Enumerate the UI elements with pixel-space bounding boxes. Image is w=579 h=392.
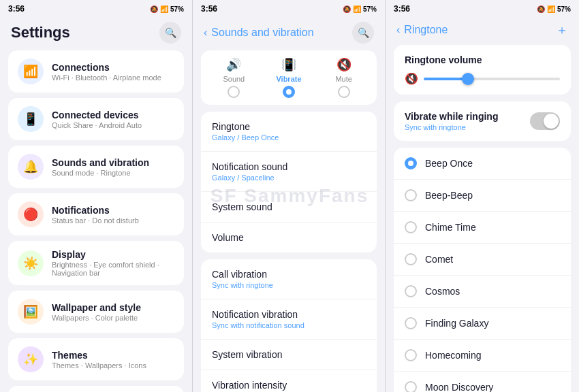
settings-item-notifications[interactable]: 🔴 Notifications Status bar · Do not dist… [8,193,184,235]
themes-text: Themes Themes · Wallpapers · Icons [52,350,146,370]
sv-system-vibration[interactable]: System vibration [201,340,377,370]
sounds-vibration-sub: Sound mode · Ringtone [52,169,149,177]
notification-vibration-sub: Sync with notification sound [212,321,366,329]
sv-title: Sounds and vibration [211,27,313,39]
connected-devices-text: Connected devices Quick Share · Android … [52,110,142,129]
mute-radio [338,86,350,98]
ringtone-scroll: Ringtone volume 🔇 Vibrate while ringing … [386,45,579,392]
back-button-sv[interactable]: ‹ Sounds and vibration [204,27,314,39]
signal-icon-3: 📶 [547,5,555,13]
status-bar-3: 3:56 🔕 📶 57% [386,0,579,16]
ringtone-item-beep-once[interactable]: Beep Once [394,148,571,180]
search-button-2[interactable]: 🔍 [352,22,374,44]
tab-vibrate[interactable]: 📳 Vibrate [262,57,317,98]
ringtone-item-homecoming[interactable]: Homecoming [394,340,571,372]
sv-notification-sound[interactable]: Notification sound Galaxy / Spaceline [201,152,377,192]
settings-item-connections[interactable]: 📶 Connections Wi-Fi · Bluetooth · Airpla… [8,50,184,93]
ringtone-item-chime-time[interactable]: Chime Time [394,212,571,244]
settings-panel: 3:56 🔕 📶 57% Settings 🔍 📶 Connections Wi… [0,0,193,392]
connections-sub: Wi-Fi · Bluetooth · Airplane mode [52,74,161,82]
add-button[interactable]: ＋ [556,22,568,38]
ringtone-item-finding-galaxy[interactable]: Finding Galaxy [394,308,571,340]
call-vibration-sub: Sync with ringtone [212,281,366,289]
tab-sound[interactable]: 🔊 Sound [206,57,262,98]
ringtone-label: Ringtone [212,121,366,132]
status-icons-3: 🔕 📶 57% [537,5,571,13]
vibrate-ringing-toggle[interactable] [530,112,560,130]
sounds-vibration-text: Sounds and vibration Sound mode · Ringto… [52,157,149,177]
display-text: Display Brightness · Eye comfort shield … [52,249,174,277]
back-button-ringtone[interactable]: ‹ Ringtone [396,24,448,36]
display-sub: Brightness · Eye comfort shield · Naviga… [52,261,174,277]
sv-system-sound[interactable]: System sound [201,192,377,223]
settings-item-display[interactable]: ☀️ Display Brightness · Eye comfort shie… [8,241,184,285]
connections-text: Connections Wi-Fi · Bluetooth · Airplane… [52,62,161,82]
battery-1: 57% [170,5,184,13]
vibrate-tab-label: Vibrate [276,75,301,83]
settings-item-wallpaper[interactable]: 🖼️ Wallpaper and style Wallpapers · Colo… [8,291,184,333]
vibration-intensity-label: Vibration intensity [212,380,366,391]
battery-3: 57% [557,5,571,13]
sv-volume[interactable]: Volume [201,223,377,252]
notifications-text: Notifications Status bar · Do not distur… [52,205,139,225]
themes-label: Themes [52,350,146,361]
themes-icon: ✨ [18,346,44,372]
ringtone-name-homecoming: Homecoming [425,350,481,361]
radio-beep-once [405,157,417,169]
ringtone-name-beep-beep: Beep-Beep [425,190,473,201]
ringtone-item-moon-discovery[interactable]: Moon Discovery [394,372,571,392]
radio-cosmos [405,285,417,297]
ringtone-item-cosmos[interactable]: Cosmos [394,276,571,308]
settings-item-sounds-vibration[interactable]: 🔔 Sounds and vibration Sound mode · Ring… [8,146,184,188]
volume-mute-icon: 🔇 [405,72,418,85]
sv-scroll: 🔊 Sound 📳 Vibrate 🔇 Mute [193,50,385,392]
search-button-1[interactable]: 🔍 [159,22,181,44]
signal-icon: 📶 [160,5,168,13]
ringtone-name-comet: Comet [425,254,453,265]
vibrate-radio [283,86,295,98]
volume-slider-track[interactable] [424,78,560,80]
sv-section-2: Call vibration Sync with ringtone Notifi… [201,259,377,392]
tab-mute[interactable]: 🔇 Mute [316,57,371,98]
back-icon-ringtone: ‹ [396,24,400,36]
wallpaper-text: Wallpaper and style Wallpapers · Color p… [52,302,141,322]
radio-comet [405,253,417,265]
status-icons-2: 🔕 📶 57% [343,5,377,13]
settings-item-connected-devices[interactable]: 📱 Connected devices Quick Share · Androi… [8,98,184,140]
connections-label: Connections [52,62,161,73]
status-icons-1: 🔕 📶 57% [150,5,184,13]
vibrate-ringing-section: Vibrate while ringing Sync with ringtone [394,101,571,141]
sv-vibration-intensity[interactable]: Vibration intensity [201,370,377,392]
ringtone-volume-section: Ringtone volume 🔇 [394,45,571,95]
settings-header: Settings 🔍 [0,16,192,50]
radio-beep-beep [405,189,417,201]
vibrate-tab-icon: 📳 [281,57,296,72]
ringtone-list: Beep Once Beep-Beep Chime Time Comet Cos… [394,148,571,392]
toggle-thumb [544,114,559,129]
volume-label: Volume [212,232,366,243]
settings-item-home-screen[interactable]: 🏠 Home screen Layout · App icon badges [8,386,184,392]
notifications-sub: Status bar · Do not disturb [52,216,139,225]
ringtone-name-cosmos: Cosmos [425,286,460,297]
vibrate-tabs: 🔊 Sound 📳 Vibrate 🔇 Mute [201,50,377,105]
notification-sound-sub: Galaxy / Spaceline [212,174,366,182]
time-2: 3:56 [201,4,217,14]
sv-notification-vibration[interactable]: Notification vibration Sync with notific… [201,299,377,340]
ringtone-item-beep-beep[interactable]: Beep-Beep [394,180,571,212]
ringtone-name-finding-galaxy: Finding Galaxy [425,318,488,329]
sv-ringtone[interactable]: Ringtone Galaxy / Beep Once [201,112,377,152]
vibrate-ringing-text: Vibrate while ringing Sync with ringtone [405,111,498,131]
ringtone-name-beep-once: Beep Once [425,158,473,169]
radio-finding-galaxy [405,317,417,329]
time-3: 3:56 [394,4,410,14]
settings-item-themes[interactable]: ✨ Themes Themes · Wallpapers · Icons [8,338,184,380]
sound-tab-label: Sound [223,75,245,83]
connected-devices-sub: Quick Share · Android Auto [52,121,142,129]
sounds-vibration-label: Sounds and vibration [52,157,149,168]
sv-call-vibration[interactable]: Call vibration Sync with ringtone [201,259,377,299]
mute-tab-icon: 🔇 [337,57,351,72]
radio-homecoming [405,349,417,361]
system-sound-label: System sound [212,201,366,212]
notifications-icon: 🔴 [18,201,44,227]
ringtone-item-comet[interactable]: Comet [394,244,571,276]
